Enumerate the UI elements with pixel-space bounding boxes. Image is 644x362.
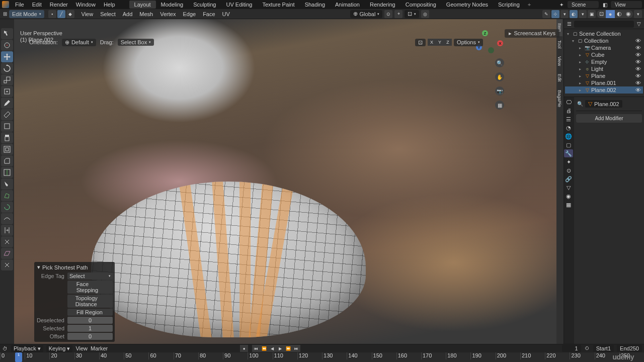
frame-end[interactable]: End250 (617, 345, 642, 352)
menu-uv[interactable]: UV (219, 10, 233, 18)
workspace-render[interactable]: Rendering (365, 1, 400, 9)
tool-knife[interactable] (1, 178, 13, 190)
prop-texture-icon[interactable]: ▦ (564, 201, 573, 209)
workspace-layout[interactable]: Layout (129, 1, 156, 9)
snap-options[interactable]: ⊡▾ (405, 10, 419, 18)
topology-distance-check[interactable]: Topology Distance (67, 295, 113, 308)
tool-annotate[interactable] (1, 98, 13, 109)
shading-options[interactable]: ▾ (634, 10, 642, 18)
workspace-texpaint[interactable]: Texture Paint (257, 1, 299, 9)
workspace-uv[interactable]: UV Editing (221, 1, 257, 9)
tool-add-cube[interactable] (1, 121, 13, 132)
workspace-modeling[interactable]: Modeling (156, 1, 189, 9)
mirror-z[interactable]: Z (444, 39, 452, 46)
prop-material-icon[interactable]: ◉ (564, 192, 573, 200)
tool-cursor[interactable] (1, 40, 13, 51)
prop-search-icon[interactable]: 🔍 (577, 101, 583, 107)
timeline-track[interactable]: 0102030405060708090100110120130140150160… (0, 352, 644, 362)
tool-polybuild[interactable] (1, 190, 13, 201)
jump-prev-button[interactable]: ⏪ (260, 345, 268, 352)
prop-viewlayer-icon[interactable]: ☰ (564, 115, 573, 123)
scene-selector[interactable]: Scene (568, 1, 599, 8)
menu-window[interactable]: Window (72, 1, 100, 9)
mode-select[interactable]: Edit Mode▾ (9, 10, 44, 18)
edge-tag-select[interactable]: Select▾ (67, 273, 113, 280)
tool-extrude[interactable] (1, 132, 13, 143)
tool-transform[interactable] (1, 86, 13, 97)
axis-neg[interactable] (488, 47, 494, 53)
tab-edit[interactable]: Edit (556, 70, 562, 86)
workspace-add-button[interactable]: + (525, 1, 534, 9)
menu-file[interactable]: File (11, 1, 28, 9)
tool-spin[interactable] (1, 202, 13, 213)
outliner-camera[interactable]: ▸📷Camera👁 (565, 44, 643, 51)
tool-shrink[interactable] (1, 236, 13, 247)
pan-icon[interactable]: ✋ (495, 72, 504, 81)
clock-icon[interactable]: ⏲ (584, 345, 590, 351)
outliner-empty[interactable]: ▸⊹Empty👁 (565, 58, 643, 65)
add-modifier-button[interactable]: Add Modifier (576, 114, 642, 123)
tool-edgeslide[interactable] (1, 225, 13, 236)
play-rev-button[interactable]: ◀ (268, 345, 276, 352)
workspace-shading[interactable]: Shading (300, 1, 330, 9)
tool-rip[interactable] (1, 259, 13, 270)
transform-orientation[interactable]: ⊕Global▾ (350, 10, 383, 18)
face-stepping-check[interactable]: Face Stepping (67, 281, 113, 294)
screencast-keys-panel[interactable]: ▸Screencast Keys (505, 29, 559, 38)
face-select-mode[interactable]: ◆ (66, 10, 74, 18)
deselected-field[interactable]: 0 (67, 317, 113, 324)
menu-vertex[interactable]: Vertex (157, 10, 179, 18)
xray-toggle[interactable]: ▣ (588, 10, 596, 18)
selected-field[interactable]: 1 (67, 325, 113, 332)
timeline-playback[interactable]: Playback ▾ (11, 345, 43, 352)
frame-start[interactable]: Start1 (593, 345, 614, 352)
outliner-plane002[interactable]: ▸▽Plane.002👁 (565, 86, 643, 94)
orientation-select[interactable]: ⊕Default▾ (62, 39, 96, 46)
axis-x[interactable]: X (497, 40, 503, 46)
tool-smooth[interactable] (1, 213, 13, 224)
tab-tool[interactable]: Tool (556, 36, 562, 53)
drag-select[interactable]: Select Box▾ (118, 39, 154, 46)
prop-world-icon[interactable]: 🌐 (564, 132, 573, 140)
axis-z[interactable]: Z (482, 30, 488, 36)
outliner-collection[interactable]: ▾▢Collection👁 (565, 37, 643, 44)
editor-type-icon[interactable]: ⊞ (2, 11, 8, 17)
offset-field[interactable]: 0 (67, 333, 113, 340)
prop-output-icon[interactable]: 🖨 (564, 107, 573, 115)
tool-measure[interactable] (1, 109, 13, 120)
menu-select[interactable]: Select (97, 10, 119, 18)
prop-object-name[interactable]: ▽Plane.002 (585, 100, 622, 108)
overlay-toggle[interactable]: ◐ (570, 10, 578, 18)
prop-modifier-icon[interactable]: 🔧 (564, 149, 573, 157)
prop-physics-icon[interactable]: ⊙ (564, 166, 573, 174)
workspace-comp[interactable]: Compositing (400, 1, 441, 9)
timeline-keying[interactable]: Keying ▾ (46, 345, 73, 352)
workspace-script[interactable]: Scripting (493, 1, 525, 9)
mirror-y[interactable]: Y (436, 39, 444, 46)
timeline-view[interactable]: View (75, 345, 88, 351)
fill-region-check[interactable]: Fill Region (67, 309, 113, 316)
persp-icon[interactable]: ▦ (495, 101, 504, 110)
outliner-light[interactable]: ▸☼Light👁 (565, 65, 643, 72)
pivot-point[interactable]: ⊙ (384, 10, 392, 18)
workspace-anim[interactable]: Animation (330, 1, 365, 9)
tool-rotate[interactable] (1, 63, 13, 74)
outliner-type-icon[interactable]: ☰ (566, 21, 572, 27)
workspace-sculpting[interactable]: Sculpting (188, 1, 221, 9)
prop-constraint-icon[interactable]: 🔗 (564, 175, 573, 183)
prop-mesh-icon[interactable]: ▽ (564, 184, 573, 192)
timeline-marker[interactable]: Marker (91, 345, 108, 351)
proportional-edit[interactable]: ◎ (421, 10, 429, 18)
menu-face[interactable]: Face (200, 10, 218, 18)
menu-help[interactable]: Help (100, 1, 119, 9)
autokey-button[interactable]: ● (240, 345, 248, 352)
outliner-plane001[interactable]: ▸▽Plane.001👁 (565, 79, 643, 86)
gizmo-toggle[interactable]: ⊹ (551, 10, 559, 18)
shade-solid[interactable]: ● (606, 10, 615, 18)
gizmo-options[interactable]: ▾ (560, 10, 569, 18)
menu-add[interactable]: Add (120, 10, 136, 18)
frame-current[interactable]: 1 (562, 345, 581, 352)
jump-end-button[interactable]: ⏭ (292, 345, 300, 352)
jump-start-button[interactable]: ⏮ (252, 345, 260, 352)
menu-view[interactable]: View (78, 10, 97, 18)
